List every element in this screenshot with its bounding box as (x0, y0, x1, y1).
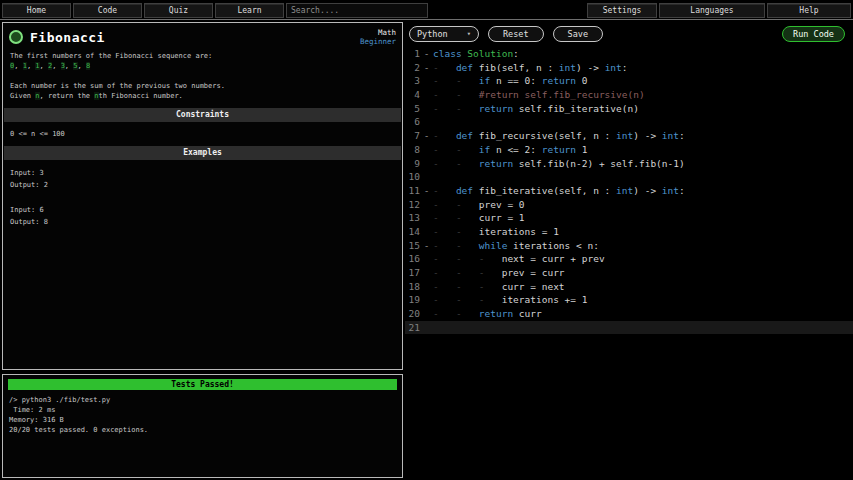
code-line[interactable]: 16- - - next = curr + prev (405, 252, 853, 266)
tab-code[interactable]: Code (73, 3, 142, 18)
indent-guide: - (433, 144, 456, 155)
language-select[interactable]: Python ▾ (409, 26, 479, 42)
indent-guide: - (456, 226, 479, 237)
example-output: Output: 2 (3, 179, 402, 191)
test-results-panel: Tests Passed! /> python3 ./fib/test.py T… (2, 374, 403, 478)
code-line[interactable]: 18- - - curr = next (405, 280, 853, 294)
problem-meta: Math Beginner (360, 28, 396, 46)
indent-guide: - (479, 294, 502, 305)
code-line[interactable]: 10 (405, 170, 853, 184)
line-number: 12 (405, 198, 420, 212)
constraints-header: Constraints (4, 108, 401, 122)
code-area[interactable]: 1-class Solution:2-- def fib(self, n : i… (405, 47, 853, 334)
indent-guide: - (456, 75, 479, 86)
indent-guide: - (433, 158, 456, 169)
indent-guide: - (456, 199, 479, 210)
search-input[interactable] (286, 3, 428, 18)
examples-list: Input: 3Output: 2Input: 6Output: 8 (3, 167, 402, 228)
code-line[interactable]: 17- - - prev = curr (405, 266, 853, 280)
code-line[interactable]: 14- - iterations = 1 (405, 225, 853, 239)
indent-guide: - (479, 267, 502, 278)
line-number: 20 (405, 307, 420, 321)
language-select-value: Python (417, 29, 448, 39)
code-line[interactable]: 13- - curr = 1 (405, 211, 853, 225)
fold-marker-icon[interactable]: - (420, 129, 433, 143)
indent-guide: - (456, 253, 479, 264)
fold-marker-icon[interactable]: - (420, 184, 433, 198)
constraints-text: 0 <= n <= 100 (3, 129, 402, 139)
problem-panel: Fibonacci Math Beginner The first number… (2, 22, 403, 370)
indent-guide: - (433, 62, 456, 73)
line-number: 5 (405, 102, 420, 116)
line-number: 8 (405, 143, 420, 157)
indent-guide: - (433, 185, 456, 196)
top-navigation-bar: HomeCodeQuizLearn SettingsLanguagesHelp (0, 0, 853, 20)
indent-guide: - (433, 75, 456, 86)
test-output-line: Time: 2 ms (5, 405, 400, 415)
test-output-line: 20/20 tests passed. 0 exceptions. (5, 425, 400, 435)
tab-settings[interactable]: Settings (587, 3, 657, 18)
code-line[interactable]: 15-- - while iterations < n: (405, 239, 853, 253)
indent-guide: - (433, 308, 456, 319)
code-line[interactable]: 1-class Solution: (405, 47, 853, 61)
code-line[interactable]: 5- - return self.fib_iterative(n) (405, 102, 853, 116)
problem-desc-1: Each number is the sum of the previous t… (3, 81, 402, 91)
code-line[interactable]: 12- - prev = 0 (405, 198, 853, 212)
line-number: 2 (405, 61, 420, 75)
line-number: 19 (405, 293, 420, 307)
tab-languages[interactable]: Languages (659, 3, 765, 18)
tab-home[interactable]: Home (2, 3, 71, 18)
save-button[interactable]: Save (553, 26, 603, 42)
line-number: 10 (405, 170, 420, 184)
indent-guide: - (433, 294, 456, 305)
code-line[interactable]: 11-- def fib_iterative(self, n : int) ->… (405, 184, 853, 198)
indent-guide: - (456, 158, 479, 169)
test-output-line: Memory: 316 B (5, 415, 400, 425)
fold-marker-icon (420, 88, 433, 102)
code-line[interactable]: 3- - if n == 0: return 0 (405, 74, 853, 88)
fold-marker-icon[interactable]: - (420, 47, 433, 61)
line-number: 7 (405, 129, 420, 143)
tab-quiz[interactable]: Quiz (144, 3, 213, 18)
example-output: Output: 8 (3, 216, 402, 228)
problem-title: Fibonacci (30, 30, 105, 45)
tests-status-banner: Tests Passed! (8, 379, 397, 390)
fibonacci-sequence: 0, 1, 1, 2, 3, 5, 8 (3, 61, 402, 71)
fold-marker-icon (420, 211, 433, 225)
line-number: 13 (405, 211, 420, 225)
code-line[interactable]: 7-- def fib_recursive(self, n : int) -> … (405, 129, 853, 143)
fold-marker-icon (420, 170, 433, 184)
problem-difficulty: Beginner (360, 37, 396, 46)
example-input: Input: 6 (3, 204, 402, 216)
fold-marker-icon[interactable]: - (420, 61, 433, 75)
line-number: 6 (405, 115, 420, 129)
line-number: 18 (405, 280, 420, 294)
problem-category: Math (360, 28, 396, 37)
test-output: /> python3 ./fib/test.py Time: 2 msMemor… (5, 395, 400, 435)
code-line[interactable]: 9- - return self.fib(n-2) + self.fib(n-1… (405, 157, 853, 171)
code-line[interactable]: 8- - if n <= 2: return 1 (405, 143, 853, 157)
code-line[interactable]: 2-- def fib(self, n : int) -> int: (405, 61, 853, 75)
code-line[interactable]: 19- - - iterations += 1 (405, 293, 853, 307)
problem-status-icon (9, 30, 23, 44)
indent-guide: - (433, 240, 456, 251)
code-line[interactable]: 20- - return curr (405, 307, 853, 321)
tab-help[interactable]: Help (767, 3, 851, 18)
indent-guide: - (456, 103, 479, 114)
reset-button[interactable]: Reset (488, 26, 544, 42)
indent-guide: - (433, 130, 456, 141)
fold-marker-icon[interactable]: - (420, 239, 433, 253)
indent-guide: - (456, 308, 479, 319)
run-code-button[interactable]: Run Code (782, 26, 845, 42)
line-number: 1 (405, 47, 420, 61)
problem-intro: The first numbers of the Fibonacci seque… (3, 51, 402, 61)
code-line[interactable]: 4- - #return self.fib_recursive(n) (405, 88, 853, 102)
code-line[interactable]: 21 (405, 321, 853, 335)
tab-learn[interactable]: Learn (215, 3, 284, 18)
line-number: 4 (405, 88, 420, 102)
nav-tabs-right: SettingsLanguagesHelp (587, 3, 851, 18)
indent-guide: - (433, 226, 456, 237)
fold-marker-icon (420, 280, 433, 294)
code-line[interactable]: 6 (405, 115, 853, 129)
indent-guide: - (433, 253, 456, 264)
